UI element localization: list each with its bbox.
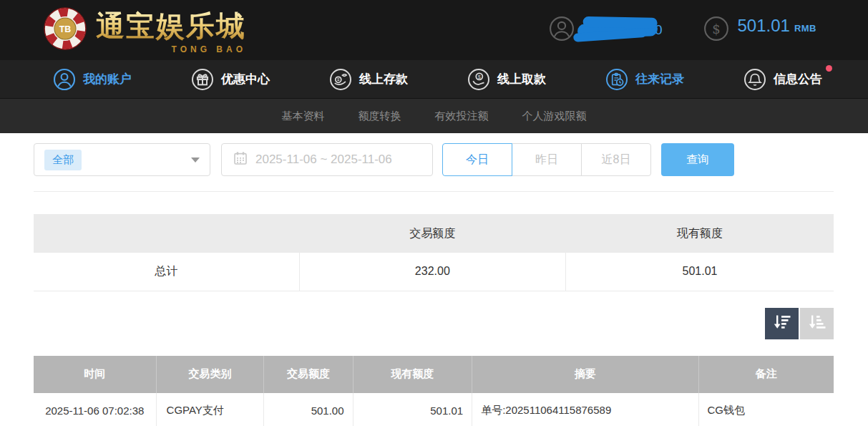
records-header-time: 时间 [34, 356, 156, 393]
summary-transaction-amount: 232.00 [299, 253, 565, 291]
table-row: 2025-11-06 07:02:38 CGPAY支付 501.00 501.0… [34, 393, 834, 426]
date-range-input[interactable]: 2025-11-06 ~ 2025-11-06 [221, 143, 433, 176]
summary-header-empty [34, 214, 299, 253]
nav-item-records[interactable]: 往来记录 [605, 68, 684, 91]
record-amount: 501.00 [264, 393, 353, 426]
nav-label: 我的账户 [83, 71, 132, 87]
records-page-content: 全部 2025-11-06 ~ 2025-11-06 今日 [0, 133, 868, 426]
sort-ascending-button[interactable] [800, 308, 834, 339]
records-header-row: 时间 交易类别 交易额度 现有额度 摘要 备注 [34, 356, 834, 393]
records-icon [605, 68, 628, 91]
nav-label: 线上取款 [497, 71, 546, 87]
record-type: CGPAY支付 [156, 393, 264, 426]
record-time: 2025-11-06 07:02:38 [34, 393, 156, 426]
summary-total-row: 总计 232.00 501.01 [34, 253, 834, 291]
record-summary: 单号:202511064115876589 [472, 393, 698, 426]
nav-label: 往来记录 [635, 71, 684, 87]
summary-total-label: 总计 [34, 253, 299, 291]
subnav-item-credit-transfer[interactable]: 额度转换 [359, 110, 401, 123]
gift-icon [191, 68, 214, 91]
dollar-icon: $ [703, 16, 729, 44]
summary-table: 交易额度 现有额度 总计 232.00 501.01 [34, 214, 834, 291]
sort-controls [34, 308, 834, 339]
range-button-last-8-days[interactable]: 近8日 [581, 143, 651, 176]
section-divider [34, 191, 834, 192]
filter-toolbar: 全部 2025-11-06 ~ 2025-11-06 今日 [34, 143, 834, 176]
record-remark: CG钱包 [698, 393, 834, 426]
search-button[interactable]: 查询 [661, 143, 734, 176]
bell-icon [743, 68, 766, 91]
subnav-item-game-limits[interactable]: 个人游戏限额 [522, 110, 587, 123]
balance-display: $ 501.01 RMB [703, 16, 816, 44]
nav-item-promotions[interactable]: 优惠中心 [191, 68, 270, 91]
nav-label: 信息公告 [774, 71, 822, 87]
chevron-down-icon [191, 158, 200, 163]
username-redaction-scribble [577, 21, 658, 39]
range-button-today[interactable]: 今日 [442, 143, 512, 176]
account-sub-nav: 基本资料 额度转换 有效投注额 个人游戏限额 [0, 98, 868, 133]
sort-descending-button[interactable] [765, 308, 799, 339]
deposit-icon [329, 68, 352, 91]
notification-dot [826, 65, 832, 72]
chip-logo-icon: TB [43, 6, 87, 54]
range-button-yesterday[interactable]: 昨日 [512, 143, 582, 176]
nav-item-deposit[interactable]: 线上存款 [329, 68, 408, 91]
summary-header-transaction-amount: 交易额度 [299, 214, 565, 253]
nav-label: 线上存款 [359, 71, 408, 87]
svg-text:$: $ [713, 21, 721, 37]
svg-text:TB: TB [59, 24, 72, 34]
svg-text:$: $ [478, 73, 481, 79]
brand-name-en: TONG BAO [172, 44, 246, 54]
quick-range-button-group: 今日 昨日 近8日 [442, 143, 651, 176]
subnav-item-basic-info[interactable]: 基本资料 [282, 110, 325, 123]
records-header-remark: 备注 [698, 356, 834, 393]
selected-type-chip: 全部 [44, 150, 82, 170]
user-icon [549, 16, 575, 44]
sort-ascending-icon [807, 314, 826, 333]
date-range-value: 2025-11-06 ~ 2025-11-06 [255, 153, 392, 167]
nav-item-my-account[interactable]: 我的账户 [53, 68, 132, 91]
brand-text: 通宝娱乐城 TONG BAO [96, 6, 246, 54]
calendar-icon [233, 151, 248, 168]
subnav-item-valid-bets[interactable]: 有效投注额 [435, 110, 489, 123]
main-nav: 我的账户 优惠中心 线上存款 [0, 60, 868, 98]
summary-header-row: 交易额度 现有额度 [34, 214, 834, 253]
user-account-chip[interactable]: 0 [549, 16, 663, 44]
balance-amount: 501.01 [737, 16, 789, 36]
summary-header-current-balance: 现有额度 [565, 214, 834, 253]
user-icon [53, 68, 76, 91]
brand-name-cn: 通宝娱乐城 [96, 10, 246, 42]
brand-logo[interactable]: TB 通宝娱乐城 TONG BAO [43, 6, 246, 54]
nav-item-withdraw[interactable]: $ 线上取款 [467, 68, 546, 91]
records-header-summary: 摘要 [472, 356, 698, 393]
nav-label: 优惠中心 [221, 71, 270, 87]
balance-currency: RMB [794, 23, 816, 34]
records-header-type: 交易类别 [156, 356, 264, 393]
nav-item-announcements[interactable]: 信息公告 [743, 68, 822, 91]
withdraw-icon: $ [467, 68, 490, 91]
records-header-balance: 现有额度 [353, 356, 472, 393]
sort-descending-icon [772, 314, 791, 333]
transaction-type-select[interactable]: 全部 [34, 143, 210, 176]
records-header-amount: 交易额度 [264, 356, 353, 393]
record-balance: 501.01 [353, 393, 472, 426]
summary-current-balance: 501.01 [565, 253, 834, 291]
transaction-records-table: 时间 交易类别 交易额度 现有额度 摘要 备注 2025-11-06 07:02… [34, 356, 834, 426]
top-header: TB 通宝娱乐城 TONG BAO 0 $ 501.01 RMB [0, 0, 868, 60]
